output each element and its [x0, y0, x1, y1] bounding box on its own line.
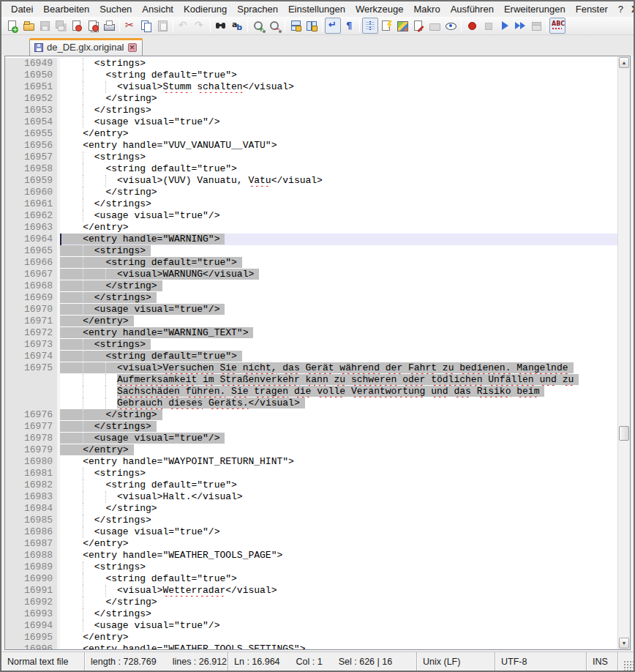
- misspelled-word: Stumm: [162, 81, 191, 92]
- status-encoding[interactable]: UTF-8: [495, 652, 587, 671]
- indent-guide-line: [83, 421, 83, 433]
- run-macro-multiple-button[interactable]: [512, 18, 528, 34]
- status-insert-mode[interactable]: INS: [587, 652, 618, 671]
- editor-row: 16953 </strings>: [5, 105, 617, 116]
- play-macro-button[interactable]: [496, 18, 512, 34]
- word-wrap-button[interactable]: [325, 18, 341, 34]
- line-number: 16961: [5, 198, 57, 210]
- misspelled-word: Gebrauch: [117, 397, 162, 408]
- preview-eye-button[interactable]: [443, 18, 459, 34]
- editor-row: 16955 </entry>: [5, 128, 617, 140]
- open-file-button[interactable]: [20, 18, 37, 34]
- replace-button[interactable]: [229, 18, 245, 34]
- scroll-up-arrow-icon[interactable]: ▲: [619, 57, 629, 68]
- indent-guide-line: [83, 152, 83, 163]
- line-number: [5, 397, 57, 409]
- misspelled-word: führen.: [186, 386, 226, 397]
- line-number: [5, 386, 57, 397]
- menu-item-kodierung[interactable]: Kodierung: [179, 2, 232, 16]
- run-macro-multiple-icon: [514, 20, 526, 31]
- indent-guide-line: [83, 597, 83, 608]
- indent-guide-line: [83, 386, 83, 397]
- window-close-button[interactable]: X: [628, 4, 635, 15]
- menu-item-werkzeuge[interactable]: Werkzeuge: [350, 2, 409, 16]
- code-line: <usage visual="true"/>: [60, 304, 617, 316]
- editor-rows[interactable]: 16949 <strings>16950 <string default="tr…: [5, 56, 617, 649]
- close-all-button[interactable]: [85, 18, 101, 34]
- line-number: 16949: [5, 58, 57, 70]
- replace-icon: [231, 20, 243, 31]
- misspelled-word: bedienen.: [459, 362, 511, 373]
- code-line: <strings>: [60, 245, 617, 257]
- selection-highlight: <string default="true">: [60, 351, 242, 362]
- menu-item-suchen[interactable]: Suchen: [94, 2, 137, 16]
- indent-guide-line: [83, 620, 83, 632]
- menu-item-erweiterungen[interactable]: Erweiterungen: [499, 2, 571, 16]
- edit-pen-icon: [413, 20, 424, 31]
- selection-highlight: <entry handle="WARNING">: [60, 234, 225, 244]
- new-file-button[interactable]: [4, 18, 20, 34]
- close-file-button[interactable]: [69, 18, 85, 34]
- doc-map-button[interactable]: [394, 18, 410, 34]
- spell-check-button[interactable]: [549, 18, 566, 34]
- tab-close-icon[interactable]: ✕: [128, 43, 137, 52]
- menu-item-datei[interactable]: Datei: [6, 2, 38, 16]
- editor-row: 16956 <entry handle="VUV_VANUATU__VATU">: [5, 140, 617, 152]
- menu-item-makro[interactable]: Makro: [409, 2, 446, 16]
- code-line: </entry>: [60, 538, 617, 550]
- menu-item-ausf-hren[interactable]: Ausführen: [446, 2, 499, 16]
- zoom-out-button[interactable]: [266, 18, 282, 34]
- sync-h-button[interactable]: [304, 18, 320, 34]
- undo-icon: [178, 20, 189, 31]
- vertical-scrollbar[interactable]: ▲ ▼: [617, 56, 630, 649]
- indent-guide-icon: [364, 20, 376, 31]
- zoom-in-button[interactable]: [250, 18, 266, 34]
- cut-button[interactable]: [122, 18, 138, 34]
- toolbar-separator: [461, 19, 462, 32]
- editor-row: 16974 <string default="true">: [5, 351, 617, 362]
- code-line: <usage visual="true"/>: [60, 433, 617, 444]
- resize-grip-icon[interactable]: [623, 660, 634, 671]
- misspelled-word: oder: [402, 374, 425, 385]
- misspelled-word: Fahrt: [408, 362, 437, 373]
- menu-item-bearbeiten[interactable]: Bearbeiten: [38, 2, 94, 16]
- selection-highlight: <string default="true">: [60, 257, 242, 268]
- tab-de-de-glx-original[interactable]: de_DE.glx.original ✕: [29, 38, 143, 56]
- line-number: 16974: [5, 351, 57, 362]
- toolbar-separator: [210, 19, 211, 32]
- udl-dialog-button[interactable]: [378, 18, 394, 34]
- indent-guide-line: [83, 175, 83, 187]
- code-line: <visual>Stumm schalten</visual>: [60, 81, 617, 93]
- show-all-chars-button[interactable]: [341, 18, 357, 34]
- misspelled-word: schweren: [351, 374, 397, 385]
- sync-v-button[interactable]: [288, 18, 304, 34]
- scroll-down-arrow-icon[interactable]: ▼: [619, 638, 629, 649]
- misspelled-word: zu: [443, 362, 454, 373]
- menu-item-einstellungen[interactable]: Einstellungen: [283, 2, 350, 16]
- code-line: <visual>Halt.</visual>: [60, 491, 617, 503]
- indent-guide-button[interactable]: [362, 18, 378, 34]
- indent-guide-line: [105, 386, 106, 397]
- edit-pen-button[interactable]: [410, 18, 427, 34]
- line-number: 16991: [5, 585, 57, 597]
- indent-guide-line: [105, 374, 106, 386]
- line-number: 16981: [5, 468, 57, 479]
- find-button[interactable]: [213, 18, 229, 34]
- editor-row: Gebrauch dieses Geräts.</visual>: [5, 397, 617, 409]
- copy-button[interactable]: [138, 18, 154, 34]
- menu-item-?[interactable]: ?: [613, 2, 628, 16]
- indent-guide-line: [83, 187, 83, 198]
- stop-macro-icon: [482, 20, 494, 31]
- selection-highlight: </string>: [60, 280, 162, 291]
- editor-row: 16965 <strings>: [5, 245, 617, 257]
- print-button[interactable]: [101, 18, 117, 34]
- code-line: </string>: [60, 280, 617, 292]
- editor-row: 16950 <string default="true">: [5, 70, 617, 81]
- line-number: 16958: [5, 163, 57, 175]
- menu-item-ansicht[interactable]: Ansicht: [137, 2, 179, 16]
- scrollbar-thumb[interactable]: [619, 426, 629, 441]
- status-eol-format[interactable]: Unix (LF): [417, 652, 495, 671]
- menu-item-sprachen[interactable]: Sprachen: [232, 2, 283, 16]
- record-macro-button[interactable]: [464, 18, 480, 34]
- menu-item-fenster[interactable]: Fenster: [571, 2, 613, 16]
